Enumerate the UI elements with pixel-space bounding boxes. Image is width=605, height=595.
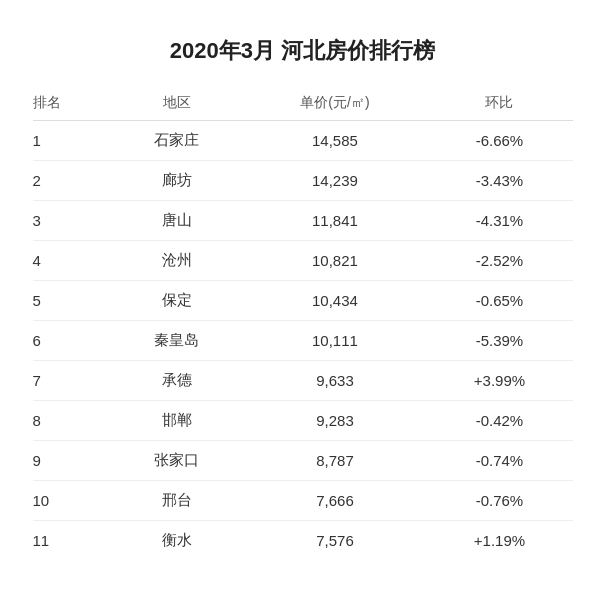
table-row: 4沧州10,821-2.52% — [33, 240, 573, 280]
cell-price: 14,585 — [244, 120, 427, 160]
col-region: 地区 — [110, 86, 243, 121]
cell-rank: 8 — [33, 400, 111, 440]
cell-change: -3.43% — [426, 160, 572, 200]
cell-change: -2.52% — [426, 240, 572, 280]
cell-change: -6.66% — [426, 120, 572, 160]
cell-rank: 3 — [33, 200, 111, 240]
cell-change: -0.42% — [426, 400, 572, 440]
table-row: 1石家庄14,585-6.66% — [33, 120, 573, 160]
cell-region: 廊坊 — [110, 160, 243, 200]
cell-change: -5.39% — [426, 320, 572, 360]
cell-price: 14,239 — [244, 160, 427, 200]
cell-region: 沧州 — [110, 240, 243, 280]
cell-change: +3.99% — [426, 360, 572, 400]
cell-change: +1.19% — [426, 520, 572, 560]
cell-rank: 2 — [33, 160, 111, 200]
cell-rank: 5 — [33, 280, 111, 320]
cell-change: -0.65% — [426, 280, 572, 320]
cell-price: 11,841 — [244, 200, 427, 240]
table-row: 9张家口8,787-0.74% — [33, 440, 573, 480]
cell-rank: 9 — [33, 440, 111, 480]
cell-change: -0.74% — [426, 440, 572, 480]
cell-region: 唐山 — [110, 200, 243, 240]
cell-region: 邯郸 — [110, 400, 243, 440]
cell-rank: 6 — [33, 320, 111, 360]
cell-rank: 10 — [33, 480, 111, 520]
cell-region: 张家口 — [110, 440, 243, 480]
cell-price: 7,666 — [244, 480, 427, 520]
cell-rank: 4 — [33, 240, 111, 280]
table-row: 10邢台7,666-0.76% — [33, 480, 573, 520]
cell-rank: 11 — [33, 520, 111, 560]
table-row: 7承德9,633+3.99% — [33, 360, 573, 400]
ranking-table: 排名 地区 单价(元/㎡) 环比 1石家庄14,585-6.66%2廊坊14,2… — [33, 86, 573, 560]
table-row: 8邯郸9,283-0.42% — [33, 400, 573, 440]
table-row: 3唐山11,841-4.31% — [33, 200, 573, 240]
col-change: 环比 — [426, 86, 572, 121]
cell-price: 9,633 — [244, 360, 427, 400]
table-row: 11衡水7,576+1.19% — [33, 520, 573, 560]
table-row: 2廊坊14,239-3.43% — [33, 160, 573, 200]
main-container: 2020年3月 河北房价排行榜 排名 地区 单价(元/㎡) 环比 1石家庄14,… — [23, 16, 583, 580]
table-header-row: 排名 地区 单价(元/㎡) 环比 — [33, 86, 573, 121]
cell-price: 9,283 — [244, 400, 427, 440]
cell-region: 衡水 — [110, 520, 243, 560]
col-price: 单价(元/㎡) — [244, 86, 427, 121]
cell-change: -0.76% — [426, 480, 572, 520]
cell-rank: 7 — [33, 360, 111, 400]
cell-price: 7,576 — [244, 520, 427, 560]
col-rank: 排名 — [33, 86, 111, 121]
cell-region: 保定 — [110, 280, 243, 320]
cell-price: 10,111 — [244, 320, 427, 360]
table-row: 6秦皇岛10,111-5.39% — [33, 320, 573, 360]
cell-price: 10,434 — [244, 280, 427, 320]
cell-region: 承德 — [110, 360, 243, 400]
cell-region: 秦皇岛 — [110, 320, 243, 360]
cell-price: 8,787 — [244, 440, 427, 480]
cell-price: 10,821 — [244, 240, 427, 280]
cell-rank: 1 — [33, 120, 111, 160]
cell-region: 邢台 — [110, 480, 243, 520]
cell-region: 石家庄 — [110, 120, 243, 160]
table-row: 5保定10,434-0.65% — [33, 280, 573, 320]
page-title: 2020年3月 河北房价排行榜 — [33, 36, 573, 66]
cell-change: -4.31% — [426, 200, 572, 240]
